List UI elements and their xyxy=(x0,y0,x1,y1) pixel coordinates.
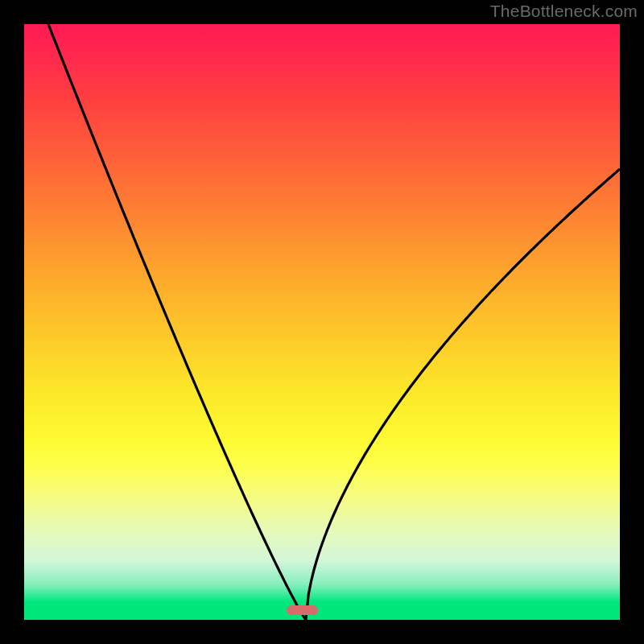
plot-area xyxy=(24,24,620,620)
minimum-marker xyxy=(287,605,318,615)
curve-left xyxy=(48,24,306,620)
chart-container: TheBottleneck.com xyxy=(0,0,644,644)
watermark-text: TheBottleneck.com xyxy=(490,2,638,21)
curve-layer xyxy=(24,24,620,620)
curve-right xyxy=(306,169,620,620)
